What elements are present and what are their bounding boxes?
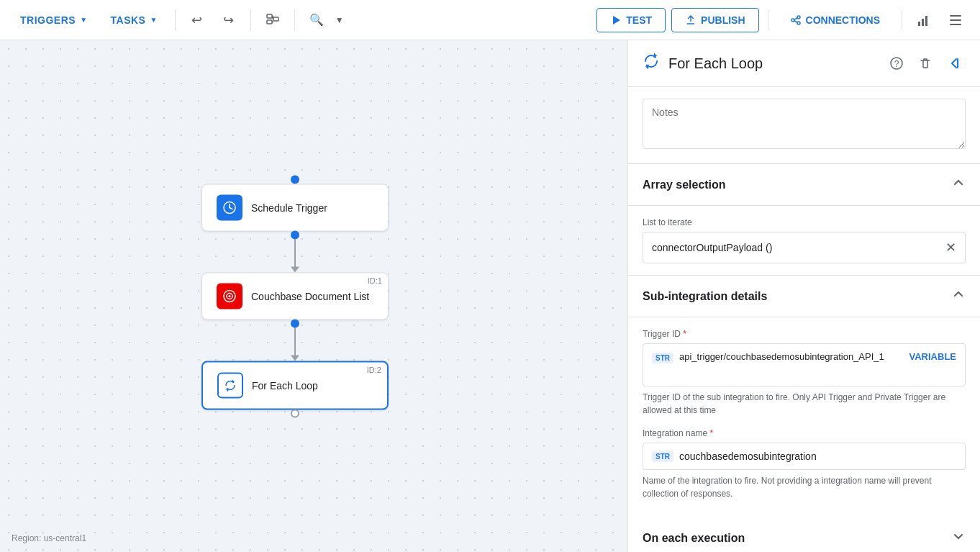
svg-point-8 xyxy=(797,16,800,19)
svg-rect-15 xyxy=(950,15,961,17)
canvas[interactable]: Schedule Trigger Couchbase Document List… xyxy=(0,40,627,552)
array-section-title: Array selection xyxy=(643,178,726,191)
sub-integration-content: Trigger ID STR api_trigger/couchbasedemo… xyxy=(628,317,980,517)
sub-integration-section-toggle[interactable] xyxy=(951,287,966,305)
trigger-id-str-badge: STR xyxy=(652,353,673,363)
for-each-loop-node-id: ID:2 xyxy=(367,365,381,374)
zoom-arrow-icon: ▼ xyxy=(335,15,344,25)
node-for-each-loop[interactable]: For Each Loop ID:2 xyxy=(201,361,389,410)
list-to-iterate-label: List to iterate xyxy=(643,217,966,227)
array-section-header: Array selection xyxy=(628,164,980,206)
triggers-menu[interactable]: TRIGGERS ▼ xyxy=(12,10,96,30)
on-each-execution-title: On each execution xyxy=(643,532,745,545)
node-couchbase[interactable]: Couchbase Document List ID:1 xyxy=(201,272,389,320)
collapse-button[interactable] xyxy=(943,52,966,75)
trigger-id-value: api_trigger/couchbasedemosubintegration_… xyxy=(679,351,904,362)
tasks-arrow-icon: ▼ xyxy=(150,16,157,24)
redo-button[interactable]: ↪ xyxy=(216,7,242,33)
svg-rect-13 xyxy=(922,19,924,26)
test-button[interactable]: TEST xyxy=(596,8,666,32)
tasks-menu[interactable]: TASKS ▼ xyxy=(102,10,166,30)
panel-title: For Each Loop xyxy=(668,55,876,72)
divider-3 xyxy=(294,10,295,30)
sub-integration-section-header: Sub-integration details xyxy=(628,276,980,317)
svg-marker-6 xyxy=(613,16,620,24)
node-schedule-trigger[interactable]: Schedule Trigger xyxy=(201,184,389,231)
svg-rect-16 xyxy=(950,19,961,21)
svg-line-10 xyxy=(794,18,797,19)
svg-point-7 xyxy=(791,19,794,22)
array-section-content: List to iterate connectorOutputPayload (… xyxy=(628,206,980,276)
trigger-id-section: Trigger ID STR api_trigger/couchbasedemo… xyxy=(643,329,966,417)
trigger-id-label: Trigger ID xyxy=(643,329,966,339)
delete-button[interactable] xyxy=(914,52,937,75)
on-each-execution-header: On each execution xyxy=(628,517,980,552)
triggers-label: TRIGGERS xyxy=(20,14,76,26)
line-1 xyxy=(294,239,296,268)
couchbase-icon xyxy=(217,283,242,309)
for-each-loop-icon xyxy=(217,372,243,398)
clear-list-icon[interactable]: ✕ xyxy=(945,240,956,255)
panel-header-actions: ? xyxy=(885,52,966,75)
couchbase-label: Couchbase Document List xyxy=(251,290,369,302)
svg-line-11 xyxy=(794,21,797,22)
divider-1 xyxy=(175,10,176,30)
main-area: Schedule Trigger Couchbase Document List… xyxy=(0,0,980,552)
test-label: TEST xyxy=(626,14,652,26)
sub-integration-section-title: Sub-integration details xyxy=(643,290,767,303)
panel-header: For Each Loop ? xyxy=(628,40,980,87)
arrow-2 xyxy=(291,355,299,361)
list-to-iterate-field[interactable]: connectorOutputPayload () ✕ xyxy=(643,232,966,263)
list-to-iterate-value: connectorOutputPayload () xyxy=(652,242,940,253)
svg-rect-2 xyxy=(273,17,278,21)
publish-button[interactable]: PUBLISH xyxy=(671,8,758,32)
schedule-trigger-icon xyxy=(217,194,242,220)
svg-rect-1 xyxy=(267,20,272,24)
help-button[interactable]: ? xyxy=(885,52,908,75)
trigger-id-field[interactable]: STR api_trigger/couchbasedemosubintegrat… xyxy=(643,343,966,386)
tasks-label: TASKS xyxy=(111,14,146,26)
integration-name-value: couchbasedemosubintegration xyxy=(679,451,956,462)
trigger-id-hint: Trigger ID of the sub integration to fir… xyxy=(643,391,966,417)
integration-name-hint: Name of the integration to fire. Not pro… xyxy=(643,474,966,500)
array-section-toggle[interactable] xyxy=(951,176,966,194)
bottom-dot-couchbase xyxy=(291,319,299,327)
svg-line-20 xyxy=(230,207,232,209)
layout-button[interactable] xyxy=(260,7,286,33)
couchbase-node-id: ID:1 xyxy=(368,276,382,284)
divider-4 xyxy=(768,10,768,30)
bottom-dot-trigger xyxy=(291,230,299,239)
svg-rect-14 xyxy=(925,16,927,26)
svg-text:?: ? xyxy=(894,59,899,69)
zoom-button[interactable]: 🔍 xyxy=(304,7,330,33)
right-panel: For Each Loop ? Array selection xyxy=(627,40,980,552)
undo-button[interactable]: ↩ xyxy=(184,7,210,33)
notes-section xyxy=(628,87,980,164)
integration-name-section: Integration name STR couchbasedemosubint… xyxy=(643,428,966,500)
top-dot-trigger xyxy=(291,175,299,184)
on-each-execution-toggle[interactable] xyxy=(951,529,966,547)
toolbar: TRIGGERS ▼ TASKS ▼ ↩ ↪ 🔍 ▼ TEST PUBLISH xyxy=(0,0,980,40)
schedule-trigger-label: Schedule Trigger xyxy=(251,202,327,213)
svg-rect-12 xyxy=(918,22,920,26)
svg-point-23 xyxy=(229,295,231,297)
publish-label: PUBLISH xyxy=(701,14,745,26)
svg-point-9 xyxy=(797,22,800,24)
connections-button[interactable]: CONNECTIONS xyxy=(777,9,893,32)
divider-2 xyxy=(250,10,251,30)
bottom-dot-loop xyxy=(291,409,299,417)
integration-name-field[interactable]: STR couchbasedemosubintegration xyxy=(643,443,966,470)
notes-textarea[interactable] xyxy=(643,99,966,149)
connections-label: CONNECTIONS xyxy=(806,14,880,26)
panel-header-icon xyxy=(643,53,660,74)
integration-name-label: Integration name xyxy=(643,428,966,438)
analytics-button[interactable] xyxy=(911,7,937,33)
region-label: Region: us-central1 xyxy=(12,533,86,543)
menu-button[interactable] xyxy=(943,7,968,33)
for-each-loop-label: For Each Loop xyxy=(252,379,318,391)
line-2 xyxy=(294,327,296,356)
divider-5 xyxy=(902,10,902,30)
svg-rect-0 xyxy=(267,14,272,18)
triggers-arrow-icon: ▼ xyxy=(80,16,87,24)
variable-link[interactable]: VARIABLE xyxy=(909,351,956,362)
